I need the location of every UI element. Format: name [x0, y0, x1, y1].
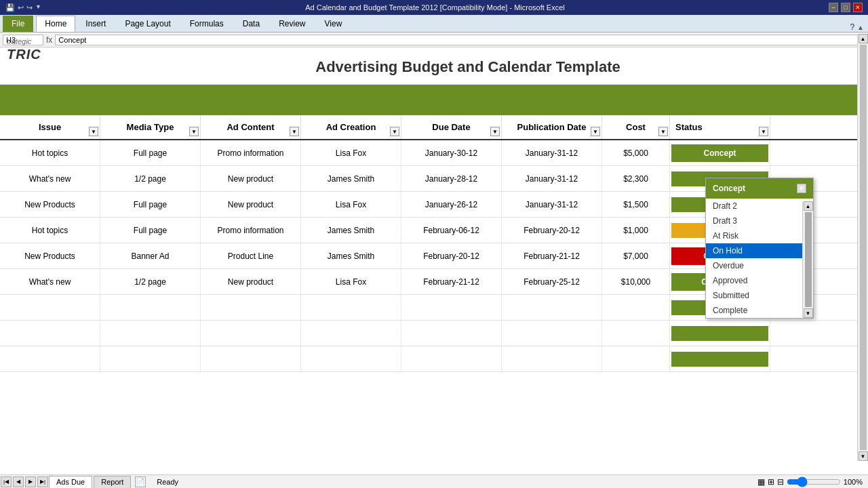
table-cell[interactable]	[201, 295, 301, 320]
sheet-tab-ads-due[interactable]: Ads Due	[49, 476, 92, 488]
formula-input[interactable]	[55, 35, 865, 45]
dropdown-scroll-up[interactable]: ▼	[797, 184, 806, 193]
table-cell[interactable]: $7,000	[602, 243, 670, 268]
table-cell[interactable]	[0, 346, 100, 371]
table-cell[interactable]	[201, 321, 301, 346]
vertical-scrollbar[interactable]: ▲ ▼	[857, 34, 868, 461]
help-icon[interactable]: ?	[850, 22, 854, 32]
close-button[interactable]: ✕	[853, 3, 863, 12]
tab-page-layout[interactable]: Page Layout	[116, 16, 179, 32]
minimize-button[interactable]: –	[829, 3, 838, 12]
insert-sheet-button[interactable]: 📄	[135, 476, 146, 487]
table-cell[interactable]: New product	[201, 269, 301, 294]
filter-content-button[interactable]: ▼	[290, 127, 299, 136]
table-cell[interactable]: February-21-12	[502, 243, 602, 268]
scroll-down-button[interactable]: ▼	[859, 451, 868, 461]
dropdown-item[interactable]: Approved	[706, 273, 802, 288]
table-cell[interactable]: February-20-12	[401, 243, 502, 268]
table-cell[interactable]: Lisa Fox	[301, 140, 401, 165]
tab-data[interactable]: Data	[234, 16, 269, 32]
table-cell[interactable]	[502, 346, 602, 371]
tab-view[interactable]: View	[316, 16, 351, 32]
table-cell[interactable]: February-21-12	[401, 269, 502, 294]
sheet-nav-next[interactable]: ▶	[25, 476, 36, 487]
table-cell[interactable]: Full page	[100, 192, 201, 217]
table-cell[interactable]: What's new	[0, 269, 100, 294]
table-cell[interactable]: Hot topics	[0, 218, 100, 243]
maximize-button[interactable]: □	[841, 3, 850, 12]
table-cell[interactable]	[100, 321, 201, 346]
table-cell[interactable]: New product	[201, 166, 301, 191]
dropdown-item[interactable]: On Hold	[706, 243, 802, 258]
sheet-nav-first[interactable]: |◀	[1, 476, 12, 487]
tab-insert[interactable]: Insert	[77, 16, 115, 32]
scrollbar-up-button[interactable]: ▲	[804, 201, 813, 211]
table-cell[interactable]	[602, 295, 670, 320]
page-break-icon[interactable]: ⊟	[777, 477, 784, 487]
status-cell[interactable]	[670, 346, 770, 371]
table-cell[interactable]: Product Line	[201, 243, 301, 268]
table-cell[interactable]: $1,500	[602, 192, 670, 217]
table-cell[interactable]: January-30-12	[401, 140, 502, 165]
function-icon[interactable]: fx	[46, 35, 52, 45]
zoom-slider[interactable]	[787, 476, 841, 487]
filter-cost-button[interactable]: ▼	[658, 127, 668, 136]
table-cell[interactable]	[502, 295, 602, 320]
tab-home[interactable]: Home	[36, 16, 75, 32]
table-cell[interactable]: $10,000	[602, 269, 670, 294]
status-cell[interactable]	[670, 321, 770, 346]
table-cell[interactable]	[301, 295, 401, 320]
table-cell[interactable]: Promo information	[201, 218, 301, 243]
table-cell[interactable]	[401, 346, 502, 371]
scroll-up-button[interactable]: ▲	[859, 34, 868, 43]
filter-due-button[interactable]: ▼	[490, 127, 500, 136]
status-cell[interactable]: Concept	[670, 140, 770, 165]
table-cell[interactable]: January-31-12	[502, 192, 602, 217]
table-cell[interactable]	[602, 346, 670, 371]
sheet-nav-prev[interactable]: ◀	[13, 476, 24, 487]
table-cell[interactable]: Full page	[100, 218, 201, 243]
save-icon[interactable]: 💾	[5, 3, 15, 12]
table-cell[interactable]: Banner Ad	[100, 243, 201, 268]
ribbon-collapse-icon[interactable]: ▲	[857, 24, 864, 31]
scrollbar-down-button[interactable]: ▼	[804, 308, 813, 318]
table-cell[interactable]: $5,000	[602, 140, 670, 165]
table-cell[interactable]: 1/2 page	[100, 166, 201, 191]
table-cell[interactable]: James Smith	[301, 218, 401, 243]
table-cell[interactable]: $1,000	[602, 218, 670, 243]
table-cell[interactable]: New Products	[0, 243, 100, 268]
scrollbar-thumb[interactable]	[805, 212, 812, 307]
table-cell[interactable]: 1/2 page	[100, 269, 201, 294]
table-cell[interactable]: February-06-12	[401, 218, 502, 243]
table-cell[interactable]	[502, 321, 602, 346]
dropdown-item[interactable]: At Risk	[706, 228, 802, 243]
table-cell[interactable]: Promo information	[201, 140, 301, 165]
table-cell[interactable]: January-31-12	[502, 140, 602, 165]
table-cell[interactable]: James Smith	[301, 243, 401, 268]
filter-pub-button[interactable]: ▼	[591, 127, 600, 136]
table-cell[interactable]: Hot topics	[0, 140, 100, 165]
tab-formulas[interactable]: Formulas	[181, 16, 233, 32]
table-cell[interactable]	[0, 295, 100, 320]
table-cell[interactable]: Lisa Fox	[301, 269, 401, 294]
table-cell[interactable]: James Smith	[301, 166, 401, 191]
filter-media-button[interactable]: ▼	[189, 127, 199, 136]
scroll-thumb[interactable]	[860, 45, 867, 450]
table-cell[interactable]: What's new	[0, 166, 100, 191]
normal-view-icon[interactable]: ▦	[757, 477, 765, 487]
table-cell[interactable]: Lisa Fox	[301, 192, 401, 217]
redo-icon[interactable]: ↪	[26, 3, 33, 12]
table-cell[interactable]	[0, 321, 100, 346]
table-row[interactable]	[0, 346, 868, 372]
page-layout-icon[interactable]: ⊞	[768, 477, 774, 487]
table-cell[interactable]	[401, 321, 502, 346]
dropdown-item[interactable]: Submitted	[706, 288, 802, 303]
table-cell[interactable]: January-31-12	[502, 166, 602, 191]
table-cell[interactable]	[100, 295, 201, 320]
dropdown-arrow-icon[interactable]: ▼	[35, 3, 41, 12]
table-cell[interactable]: $2,300	[602, 166, 670, 191]
tab-file[interactable]: File	[3, 16, 33, 32]
filter-issue-button[interactable]: ▼	[89, 127, 98, 136]
table-cell[interactable]	[401, 295, 502, 320]
table-cell[interactable]	[100, 346, 201, 371]
